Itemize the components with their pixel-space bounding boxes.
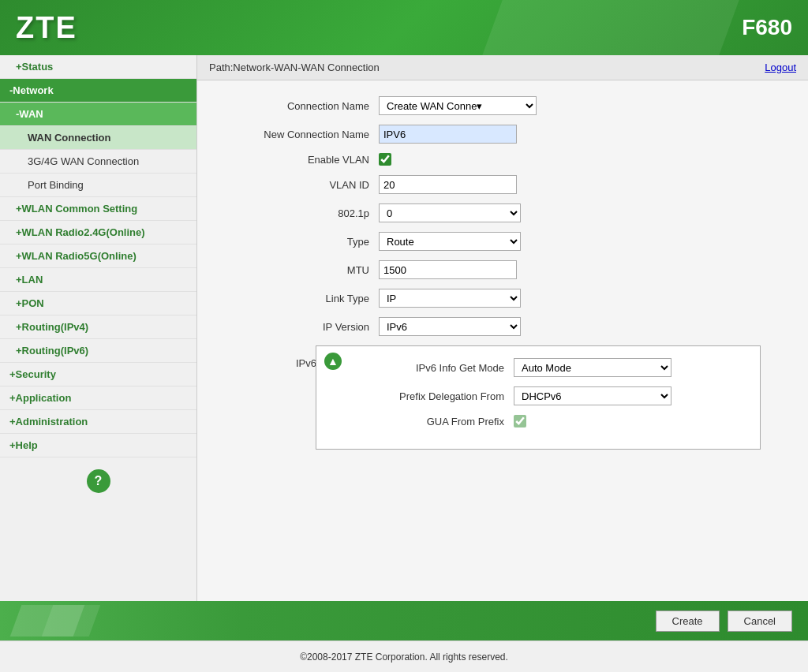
dot1p-select[interactable]: 0 1 2 3 xyxy=(379,203,521,222)
sidebar-item-lan[interactable]: +LAN xyxy=(0,268,196,292)
enable-vlan-label: Enable VLAN xyxy=(221,154,379,166)
sidebar-item-help[interactable]: +Help xyxy=(0,434,196,457)
link-type-row: Link Type IP PPPoE xyxy=(221,289,784,308)
type-label: Type xyxy=(221,236,379,248)
ipv6-info-mode-row: IPv6 Info Get Mode Auto Mode Manual Mode xyxy=(332,358,744,377)
ipv6-info-mode-select[interactable]: Auto Mode Manual Mode xyxy=(514,358,671,377)
logout-link[interactable]: Logout xyxy=(765,62,796,73)
connection-name-row: Connection Name Create WAN Conne▾ xyxy=(221,96,784,115)
link-type-select[interactable]: IP PPPoE xyxy=(379,289,521,308)
header: ZTE F680 xyxy=(0,0,808,55)
copyright-text: ©2008-2017 ZTE Corporation. All rights r… xyxy=(300,651,508,663)
help-button[interactable]: ? xyxy=(87,469,110,493)
create-button[interactable]: Create xyxy=(656,610,720,632)
sidebar-item-network[interactable]: -Network xyxy=(0,79,196,103)
enable-vlan-checkbox[interactable] xyxy=(379,153,391,166)
new-connection-name-row: New Connection Name xyxy=(221,125,784,144)
prefix-delegation-row: Prefix Delegation From DHCPv6 xyxy=(332,386,744,405)
new-connection-name-label: New Connection Name xyxy=(221,129,379,140)
ipv6-info-mode-label: IPv6 Info Get Mode xyxy=(356,362,514,374)
gua-from-prefix-label: GUA From Prefix xyxy=(356,416,514,427)
new-connection-name-input[interactable] xyxy=(379,125,517,144)
ip-version-select[interactable]: IPv4 IPv6 IPv4/IPv6 xyxy=(379,317,521,336)
sidebar-item-wan-connection[interactable]: WAN Connection xyxy=(0,126,196,150)
type-select[interactable]: Route Bridge xyxy=(379,232,521,251)
ip-version-label: IP Version xyxy=(221,321,379,333)
sidebar: +Status -Network -WAN WAN Connection 3G/… xyxy=(0,55,197,601)
copyright-bar: ©2008-2017 ZTE Corporation. All rights r… xyxy=(0,640,808,672)
model-name: F680 xyxy=(742,15,792,40)
footer-bar: Create Cancel xyxy=(0,601,808,640)
logo: ZTE xyxy=(16,11,77,45)
sidebar-item-security[interactable]: +Security xyxy=(0,363,196,386)
mtu-row: MTU xyxy=(221,260,784,279)
main-container: +Status -Network -WAN WAN Connection 3G/… xyxy=(0,55,808,601)
form-area: Connection Name Create WAN Conne▾ New Co… xyxy=(197,80,808,601)
mtu-label: MTU xyxy=(221,264,379,276)
ipv6-collapse-button[interactable]: ▲ xyxy=(324,353,342,370)
ipv6-section-label: IPv6 xyxy=(296,357,316,369)
mtu-input[interactable] xyxy=(379,260,517,279)
enable-vlan-row: Enable VLAN xyxy=(221,153,784,166)
sidebar-item-wlan-radio24[interactable]: +WLAN Radio2.4G(Online) xyxy=(0,221,196,245)
prefix-delegation-select[interactable]: DHCPv6 xyxy=(514,386,671,405)
dot1p-row: 802.1p 0 1 2 3 xyxy=(221,203,784,222)
sidebar-item-routing-ipv6[interactable]: +Routing(IPv6) xyxy=(0,339,196,363)
sidebar-item-status[interactable]: +Status xyxy=(0,55,196,79)
path-text: Path:Network-WAN-WAN Connection xyxy=(209,62,380,73)
ip-version-row: IP Version IPv4 IPv6 IPv4/IPv6 xyxy=(221,317,784,336)
type-row: Type Route Bridge xyxy=(221,232,784,251)
sidebar-item-3g4g[interactable]: 3G/4G WAN Connection xyxy=(0,150,196,174)
ipv6-section: ▲ IPv6 Info Get Mode Auto Mode Manual Mo… xyxy=(316,345,761,450)
link-type-label: Link Type xyxy=(221,293,379,304)
gua-from-prefix-checkbox[interactable] xyxy=(514,415,526,427)
sidebar-item-routing-ipv4[interactable]: +Routing(IPv4) xyxy=(0,315,196,339)
connection-name-label: Connection Name xyxy=(221,100,379,112)
sidebar-item-administration[interactable]: +Administration xyxy=(0,410,196,434)
sidebar-item-wlan-common[interactable]: +WLAN Common Setting xyxy=(0,197,196,221)
vlan-id-row: VLAN ID xyxy=(221,175,784,194)
path-bar: Path:Network-WAN-WAN Connection Logout xyxy=(197,55,808,80)
gua-from-prefix-row: GUA From Prefix xyxy=(332,415,744,427)
vlan-id-label: VLAN ID xyxy=(221,179,379,191)
prefix-delegation-label: Prefix Delegation From xyxy=(356,390,514,402)
dot1p-label: 802.1p xyxy=(221,207,379,219)
connection-name-select[interactable]: Create WAN Conne▾ xyxy=(379,96,537,115)
ipv6-container: IPv6 ▲ IPv6 Info Get Mode Auto Mode Manu… xyxy=(221,345,784,450)
cancel-button[interactable]: Cancel xyxy=(728,610,792,632)
sidebar-item-port-binding[interactable]: Port Binding xyxy=(0,174,196,197)
vlan-id-input[interactable] xyxy=(379,175,517,194)
content-area: Path:Network-WAN-WAN Connection Logout C… xyxy=(197,55,808,601)
sidebar-item-pon[interactable]: +PON xyxy=(0,292,196,315)
sidebar-item-application[interactable]: +Application xyxy=(0,386,196,410)
sidebar-item-wan[interactable]: -WAN xyxy=(0,103,196,126)
sidebar-item-wlan-radio5[interactable]: +WLAN Radio5G(Online) xyxy=(0,245,196,268)
